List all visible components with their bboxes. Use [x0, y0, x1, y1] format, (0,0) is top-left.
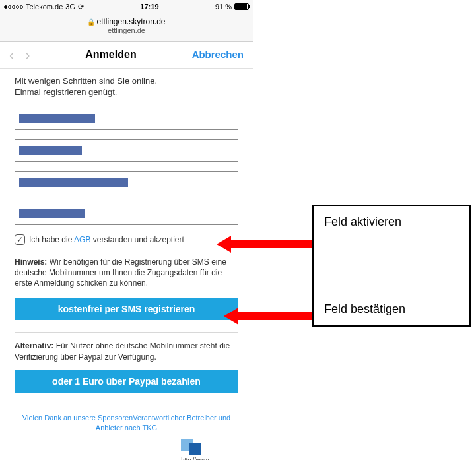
- input-field-1[interactable]: [15, 108, 238, 130]
- redacted-value: [19, 114, 95, 123]
- logos-row: W Ettlingen http://www. skytron de: [15, 439, 238, 460]
- phone-frame: Telekom.de 3G ⟳ 17:19 91 % 🔒ettlingen.sk…: [0, 0, 253, 460]
- network-label: 3G: [65, 3, 75, 11]
- annotation-arrow-1: [217, 236, 312, 253]
- input-field-3[interactable]: [15, 171, 238, 193]
- input-field-2[interactable]: [15, 139, 238, 162]
- alt-label: Alternativ:: [15, 341, 53, 350]
- back-icon[interactable]: ‹: [9, 48, 14, 61]
- annotation-label-2: Feld bestätigen: [324, 302, 459, 316]
- lock-icon: 🔒: [87, 18, 95, 26]
- intro-text: Mit wenigen Schritten sind Sie online. E…: [15, 75, 238, 98]
- content: Mit wenigen Schritten sind Sie online. E…: [0, 69, 253, 460]
- redacted-value: [19, 209, 85, 218]
- hint-block: Hinweis: Wir benötigen für die Registrie…: [15, 257, 238, 289]
- agb-checkbox[interactable]: ✓: [15, 234, 25, 245]
- separator: [15, 332, 238, 333]
- battery-icon: [234, 3, 249, 10]
- agb-post: verstanden und akzeptiert: [93, 235, 184, 244]
- url-bar: 🔒ettlingen.skytron.de ettlingen.de: [0, 13, 253, 42]
- input-field-4[interactable]: [15, 203, 238, 225]
- status-bar: Telekom.de 3G ⟳ 17:19 91 %: [0, 0, 253, 13]
- skytron-url: http://www.: [181, 456, 237, 460]
- signal-icon: [4, 5, 23, 9]
- annotation-arrow-2: [224, 308, 312, 325]
- battery-percent: 91 %: [215, 3, 232, 11]
- hint-label: Hinweis:: [15, 257, 47, 267]
- cancel-button[interactable]: Abbrechen: [192, 49, 244, 60]
- redacted-value: [19, 146, 82, 155]
- agb-pre: Ich habe die: [29, 235, 72, 244]
- url-sub: ettlingen.de: [0, 26, 253, 35]
- nav-row: ‹ › Anmelden Abbrechen: [0, 42, 253, 69]
- intro-line-1: Mit wenigen Schritten sind Sie online.: [15, 75, 238, 87]
- intro-line-2: Einmal registrieren genügt.: [15, 86, 238, 98]
- skytron-logo: http://www. skytron de: [181, 439, 237, 460]
- redacted-value: [19, 178, 128, 187]
- loading-icon: ⟳: [78, 3, 84, 11]
- hint-text: Wir benötigen für die Registrierung über…: [15, 257, 226, 288]
- page-title: Anmelden: [85, 49, 136, 61]
- carrier-label: Telekom.de: [26, 3, 63, 11]
- nav-arrows: ‹ ›: [9, 48, 30, 61]
- url-host: ettlingen.skytron.de: [96, 17, 165, 26]
- status-right: 91 %: [215, 3, 249, 11]
- forward-icon[interactable]: ›: [26, 48, 30, 61]
- annotation-box: Feld aktivieren Feld bestätigen: [312, 205, 471, 327]
- alt-block: Alternativ: Für Nutzer ohne deutsche Mob…: [15, 341, 238, 362]
- thanks-text: Vielen Dank an unsere SponsorenVerantwor…: [15, 413, 238, 433]
- paypal-button[interactable]: oder 1 Euro über Paypal bezahlen: [15, 370, 238, 393]
- skytron-cubes-icon: [181, 439, 237, 455]
- annotation-label-1: Feld aktivieren: [324, 215, 459, 229]
- separator: [15, 405, 238, 405]
- status-left: Telekom.de 3G ⟳: [4, 3, 84, 11]
- clock: 17:19: [140, 3, 158, 11]
- sms-register-button[interactable]: kostenfrei per SMS registrieren: [15, 298, 238, 320]
- agb-link[interactable]: AGB: [74, 235, 90, 244]
- agb-row: ✓ Ich habe die AGB verstanden und akzept…: [15, 234, 238, 245]
